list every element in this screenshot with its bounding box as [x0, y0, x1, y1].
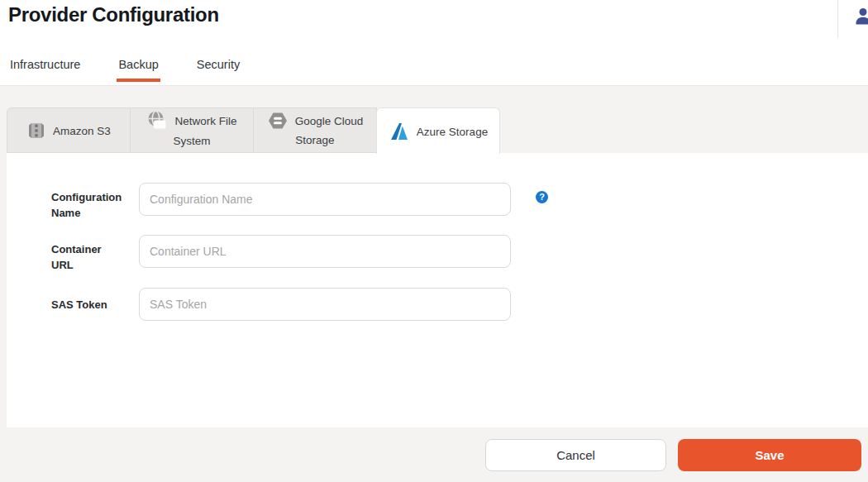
- cancel-button[interactable]: Cancel: [485, 439, 666, 471]
- configuration-name-label: Configuration Name: [51, 189, 122, 221]
- help-icon[interactable]: ?: [536, 191, 548, 203]
- nav-tab-security[interactable]: Security: [195, 58, 241, 82]
- network-file-system-icon: [146, 110, 168, 131]
- amazon-s3-icon: [26, 121, 46, 141]
- form-actions: Cancel Save: [0, 427, 868, 482]
- tab-network-file-system[interactable]: Network File System: [130, 107, 254, 153]
- nav-tab-backup[interactable]: Backup: [117, 58, 160, 82]
- provider-configuration-page: Provider Configuration Infrastructure Ba…: [0, 0, 868, 482]
- header-divider: [837, 0, 838, 38]
- page-body: Amazon S3 Network File System: [0, 86, 868, 482]
- tab-label: Azure Storage: [417, 125, 488, 137]
- nav-tab-infrastructure[interactable]: Infrastructure: [8, 58, 82, 82]
- container-url-label: Container URL: [51, 241, 122, 273]
- tab-google-cloud-storage[interactable]: Google Cloud Storage: [253, 107, 377, 153]
- main-nav: Infrastructure Backup Security: [8, 58, 241, 82]
- provider-form-panel: Configuration Name ? Container URL SAS T…: [7, 153, 868, 427]
- page-header: Provider Configuration Infrastructure Ba…: [0, 0, 868, 86]
- container-url-input[interactable]: [139, 235, 511, 268]
- save-button[interactable]: Save: [678, 439, 861, 471]
- configuration-name-input[interactable]: [139, 183, 511, 216]
- sas-token-label: SAS Token: [51, 297, 122, 313]
- tab-label: Network File System: [173, 115, 236, 148]
- sas-token-input[interactable]: [139, 288, 511, 321]
- page-title: Provider Configuration: [8, 3, 219, 26]
- user-icon[interactable]: [853, 6, 868, 26]
- tab-label: Google Cloud Storage: [295, 115, 364, 146]
- provider-tabstrip: Amazon S3 Network File System: [7, 107, 500, 154]
- tab-label: Amazon S3: [53, 124, 111, 136]
- tab-azure-storage[interactable]: Azure Storage: [376, 107, 500, 154]
- azure-storage-icon: [389, 122, 410, 141]
- google-cloud-storage-icon: [267, 112, 289, 130]
- tab-amazon-s3[interactable]: Amazon S3: [7, 107, 131, 153]
